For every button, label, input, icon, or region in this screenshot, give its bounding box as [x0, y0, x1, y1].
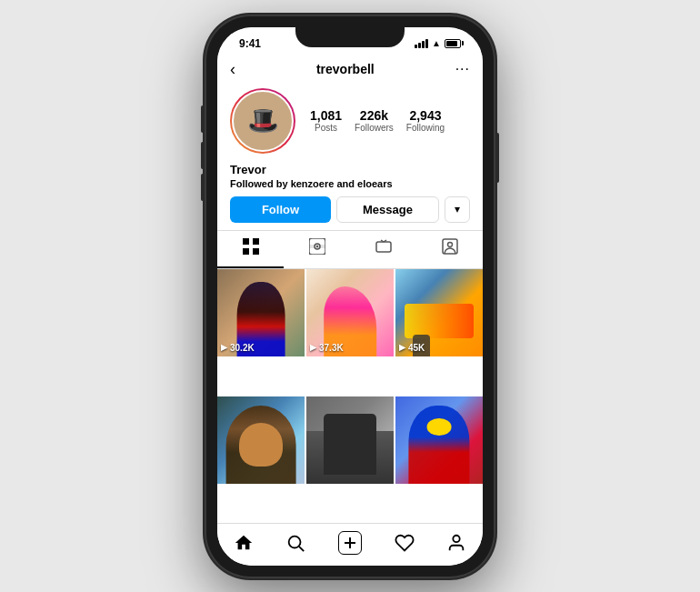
tab-tagged[interactable] [416, 231, 483, 268]
battery-icon [445, 39, 461, 48]
avatar-container[interactable]: 🎩 [230, 88, 295, 154]
grid-cell-5[interactable] [306, 396, 394, 484]
signal-bar-2 [418, 43, 421, 48]
screen-content: 9:41 ▲ [217, 27, 483, 566]
tab-tv[interactable] [350, 231, 416, 268]
followed-by-text: Followed by [230, 178, 288, 189]
status-time: 9:41 [239, 37, 261, 50]
nav-profile-button[interactable] [446, 533, 466, 553]
svg-rect-0 [243, 238, 249, 245]
play-icon-3: ▶ [399, 343, 405, 352]
tagged-tab-icon [442, 238, 458, 259]
followers-label: Followers [355, 123, 394, 133]
message-button[interactable]: Message [336, 196, 439, 223]
follower1[interactable]: kenzoere [291, 178, 335, 189]
posts-count: 1,081 [310, 108, 342, 123]
follow-button[interactable]: Follow [230, 196, 331, 223]
and-text: and [336, 178, 355, 189]
nav-home-button[interactable] [234, 533, 254, 553]
profile-display-name: Trevor [230, 163, 470, 176]
svg-point-17 [454, 535, 460, 541]
wifi-icon: ▲ [432, 38, 441, 48]
signal-bar-1 [415, 45, 417, 48]
svg-line-14 [300, 547, 305, 551]
tab-grid[interactable] [217, 231, 284, 268]
grid-cell-3[interactable]: ▶ 45K [395, 269, 483, 356]
action-buttons: Follow Message ▾ [230, 196, 470, 223]
count-3: 45K [408, 343, 425, 353]
ig-header: ‹ trevorbell ··· [217, 56, 483, 85]
bottom-nav [217, 523, 483, 566]
profile-section: 🎩 1,081 Posts 226k Followers [217, 85, 483, 230]
back-button[interactable]: ‹ [230, 60, 235, 79]
tv-tab-icon [375, 238, 392, 259]
phone-notch [295, 27, 405, 47]
play-icon-1: ▶ [221, 343, 227, 352]
posts-label: Posts [315, 123, 337, 133]
profile-username: trevorbell [316, 62, 375, 76]
svg-rect-7 [309, 245, 325, 248]
profile-top: 🎩 1,081 Posts 226k Followers [230, 88, 470, 154]
svg-rect-1 [253, 238, 259, 245]
grid-cell-1[interactable]: ▶ 30.2K [217, 269, 305, 356]
phone-screen: 9:41 ▲ [217, 27, 483, 566]
signal-bar-3 [422, 41, 425, 48]
svg-rect-3 [253, 248, 259, 255]
followers-count: 226k [360, 108, 388, 123]
grid-tab-icon [243, 238, 259, 259]
grid-cell-2[interactable]: ▶ 37.3K [306, 269, 394, 356]
follower2[interactable]: eloears [357, 178, 393, 189]
nav-search-button[interactable] [285, 533, 305, 553]
following-count: 2,943 [409, 108, 441, 123]
signal-icon [415, 39, 428, 48]
svg-point-13 [289, 536, 301, 547]
svg-rect-8 [376, 242, 391, 252]
cell-2-count: ▶ 37.3K [310, 343, 344, 353]
stat-following[interactable]: 2,943 Following [406, 108, 445, 133]
status-icons: ▲ [415, 38, 461, 48]
more-options-button[interactable]: ··· [455, 61, 470, 77]
play-icon-2: ▶ [310, 343, 316, 352]
nav-add-button[interactable] [338, 531, 362, 555]
stat-followers[interactable]: 226k Followers [355, 108, 394, 133]
phone-device: 9:41 ▲ [205, 15, 495, 578]
stat-posts: 1,081 Posts [310, 108, 342, 133]
reels-tab-icon [309, 238, 325, 259]
avatar: 🎩 [232, 90, 294, 152]
svg-point-12 [447, 242, 452, 246]
profile-tabs [217, 230, 483, 269]
grid-cell-4[interactable] [217, 396, 305, 484]
battery-fill [446, 41, 457, 46]
count-1: 30.2K [230, 343, 255, 353]
phone-body: 9:41 ▲ [205, 15, 495, 578]
cell-3-count: ▶ 45K [399, 343, 425, 353]
stats-row: 1,081 Posts 226k Followers 2,943 Followi… [310, 108, 470, 133]
dropdown-button[interactable]: ▾ [445, 196, 470, 223]
signal-bar-4 [425, 39, 428, 48]
nav-likes-button[interactable] [395, 533, 415, 553]
cell-1-count: ▶ 30.2K [221, 343, 255, 353]
svg-rect-2 [243, 248, 249, 255]
following-label: Following [406, 123, 445, 133]
photo-grid: ▶ 30.2K ▶ 37.3K [217, 269, 483, 523]
grid-cell-6[interactable] [395, 396, 483, 484]
count-2: 37.3K [319, 343, 344, 353]
profile-followed-by: Followed by kenzoere and eloears [230, 178, 470, 189]
tab-reels[interactable] [284, 231, 350, 268]
